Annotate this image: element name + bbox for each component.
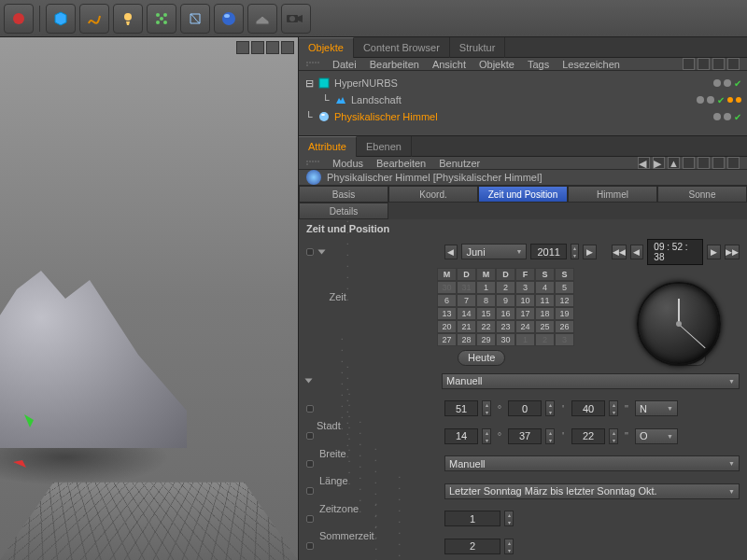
plus-icon[interactable] — [727, 58, 740, 70]
eye-icon[interactable] — [712, 58, 725, 70]
tree-row-hypernurbs[interactable]: ⊟ HyperNURBS ✔ — [299, 75, 747, 91]
tab-objekte[interactable]: Objekte — [299, 37, 354, 58]
floor-icon[interactable] — [247, 4, 277, 34]
cal-day[interactable]: 1 — [515, 333, 535, 346]
cal-day[interactable]: 8 — [476, 294, 496, 307]
tab-struktur[interactable]: Struktur — [450, 37, 506, 58]
menu-modus[interactable]: Modus — [332, 158, 363, 169]
sz-zeitzone-field[interactable]: 2 — [444, 539, 500, 554]
menu-bearbeiten[interactable]: Bearbeiten — [376, 158, 426, 169]
zeitzonendiffernz-field[interactable]: 1 — [444, 511, 500, 526]
cal-day[interactable]: 17 — [515, 307, 535, 320]
tab-content-browser[interactable]: Content Browser — [354, 37, 450, 58]
cal-day[interactable]: 5 — [555, 281, 574, 294]
record-icon[interactable] — [4, 4, 34, 34]
fwd-icon[interactable]: ▶ — [653, 157, 665, 169]
tree-row-landschaft[interactable]: └ Landschaft ✔ — [299, 91, 747, 108]
cal-day[interactable]: 2 — [496, 281, 515, 294]
expand-icon[interactable] — [317, 249, 325, 254]
menu-datei[interactable]: Datei — [332, 59, 357, 70]
viewport-nav-icon[interactable] — [266, 41, 279, 54]
spinner[interactable] — [545, 428, 555, 444]
cal-day[interactable]: 29 — [476, 333, 496, 346]
tree-label[interactable]: Physikalischer Himmel — [334, 111, 438, 122]
check-icon[interactable]: ✔ — [734, 78, 741, 89]
spinner[interactable] — [609, 428, 618, 444]
menu-lesezeichen[interactable]: Lesezeichen — [562, 59, 620, 70]
cal-day[interactable]: 2 — [535, 333, 555, 346]
cal-day[interactable]: 6 — [437, 294, 457, 307]
viewport-nav-icon[interactable] — [281, 41, 294, 54]
camera-icon[interactable] — [281, 4, 311, 34]
ptab-himmel[interactable]: Himmel — [568, 186, 657, 203]
array-icon[interactable] — [147, 4, 176, 34]
lock-icon[interactable] — [698, 157, 710, 169]
laenge-deg[interactable]: 14 — [444, 428, 478, 444]
cal-day[interactable]: 25 — [535, 320, 555, 333]
viewport-nav-icon[interactable] — [236, 41, 249, 54]
laenge-dir-dropdown[interactable]: O — [635, 428, 678, 444]
search-icon[interactable] — [683, 157, 695, 169]
search-icon[interactable] — [683, 58, 695, 70]
cal-day[interactable]: 3 — [515, 281, 535, 294]
ptab-sonne[interactable]: Sonne — [657, 186, 747, 203]
cal-day[interactable]: 31 — [457, 281, 476, 294]
up-icon[interactable]: ▲ — [668, 157, 680, 169]
expand-icon[interactable] — [305, 379, 313, 384]
menu-tags[interactable]: Tags — [528, 59, 549, 70]
cal-day[interactable]: 12 — [555, 294, 574, 307]
time-prev-icon[interactable]: ◀ — [630, 245, 644, 259]
tab-ebenen[interactable]: Ebenen — [357, 136, 412, 157]
breite-min[interactable]: 0 — [508, 400, 542, 416]
month-next-icon[interactable]: ▶ — [583, 245, 597, 259]
viewport-3d[interactable] — [0, 37, 299, 560]
tab-attribute[interactable]: Attribute — [299, 136, 357, 157]
year-spinner[interactable] — [571, 244, 579, 259]
spinner[interactable] — [504, 539, 514, 554]
plus-icon[interactable] — [727, 157, 740, 169]
cal-day[interactable]: 7 — [457, 294, 476, 307]
cal-day[interactable]: 30 — [496, 333, 515, 346]
expand-icon[interactable]: ⊟ — [304, 77, 314, 90]
cal-day[interactable]: 23 — [496, 320, 515, 333]
cal-day[interactable]: 24 — [515, 320, 535, 333]
cal-day[interactable]: 10 — [515, 294, 535, 307]
menu-benutzer[interactable]: Benutzer — [439, 158, 480, 169]
sphere-icon[interactable] — [214, 4, 244, 34]
month-prev-icon[interactable]: ◀ — [444, 245, 458, 259]
cal-day[interactable]: 22 — [476, 320, 496, 333]
viewport-nav-icon[interactable] — [251, 41, 264, 54]
cal-day[interactable]: 27 — [437, 333, 457, 346]
spinner[interactable] — [482, 400, 491, 416]
menu-objekte[interactable]: Objekte — [479, 59, 514, 70]
ptab-basis[interactable]: Basis — [299, 186, 388, 203]
cal-day[interactable]: 30 — [437, 281, 457, 294]
home-icon[interactable] — [698, 58, 710, 70]
month-dropdown[interactable]: Juni — [461, 244, 527, 259]
cal-day[interactable]: 19 — [555, 307, 574, 320]
breite-dir-dropdown[interactable]: N — [635, 400, 678, 416]
tree-label[interactable]: HyperNURBS — [334, 77, 398, 89]
heute-button[interactable]: Heute — [458, 350, 505, 366]
light-icon[interactable] — [113, 4, 143, 34]
time-next-icon[interactable]: ▶ — [707, 245, 721, 259]
deformer-icon[interactable] — [180, 4, 210, 34]
tree-row-himmel[interactable]: └ Physikalischer Himmel ✔ — [299, 108, 747, 125]
laenge-sec[interactable]: 22 — [571, 428, 605, 444]
spline-icon[interactable] — [79, 4, 109, 34]
back-icon[interactable]: ◀ — [638, 157, 650, 169]
spinner[interactable] — [482, 428, 491, 444]
time-rewind-icon[interactable]: ◀◀ — [612, 245, 627, 259]
check-icon[interactable]: ✔ — [717, 95, 725, 105]
cal-day[interactable]: 20 — [437, 320, 457, 333]
spinner[interactable] — [545, 400, 555, 416]
cal-day[interactable]: 9 — [496, 294, 515, 307]
time-forward-icon[interactable]: ▶▶ — [725, 245, 740, 259]
gear-icon[interactable] — [712, 157, 725, 169]
spinner[interactable] — [609, 400, 618, 416]
cal-day[interactable]: 11 — [535, 294, 555, 307]
cal-day[interactable]: 16 — [496, 307, 515, 320]
menu-bearbeiten[interactable]: Bearbeiten — [370, 59, 419, 70]
cal-day[interactable]: 21 — [457, 320, 476, 333]
cal-day[interactable]: 3 — [555, 333, 574, 346]
